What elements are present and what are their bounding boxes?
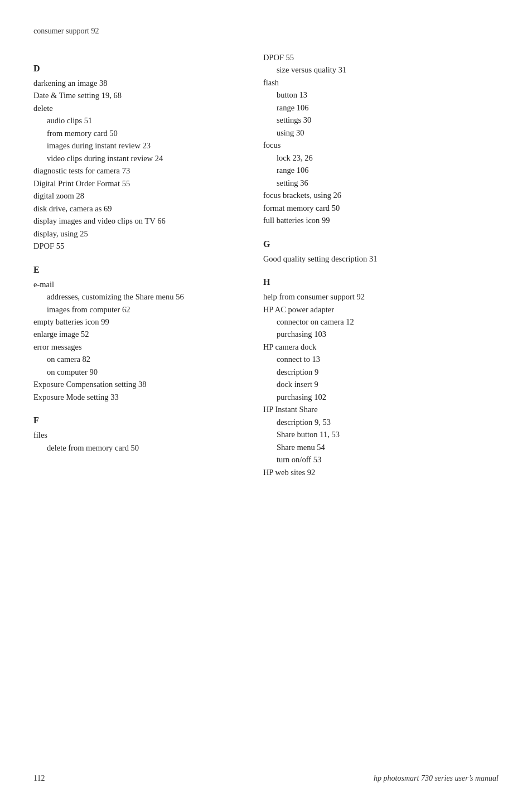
index-entry: images during instant review 23 xyxy=(47,139,241,152)
index-entry: settings 30 xyxy=(277,114,499,126)
index-entry: HP camera dock xyxy=(263,341,499,353)
index-entry: format memory card 50 xyxy=(263,202,499,214)
index-entry: on computer 90 xyxy=(47,366,241,378)
footer-title: hp photosmart 730 series user’s manual xyxy=(374,774,499,783)
index-entry: description 9, 53 xyxy=(277,416,499,428)
index-entry: Date & Time setting 19, 68 xyxy=(33,89,241,101)
section-letter-f: F xyxy=(33,415,241,425)
footer: 112 hp photosmart 730 series user’s manu… xyxy=(33,774,499,783)
index-entry: diagnostic tests for camera 73 xyxy=(33,165,241,177)
index-entry: range 106 xyxy=(277,164,499,176)
index-entry: flash xyxy=(263,76,499,89)
index-entry: video clips during instant review 24 xyxy=(47,152,241,165)
index-entry: connector on camera 12 xyxy=(277,316,499,328)
section-letter-g: G xyxy=(263,239,499,249)
index-entry: help from consumer support 92 xyxy=(263,291,499,303)
index-entry: button 13 xyxy=(277,89,499,101)
index-entry: e-mail xyxy=(33,278,241,291)
index-entry: HP Instant Share xyxy=(263,403,499,415)
index-entry: range 106 xyxy=(277,101,499,114)
index-entry: Share menu 54 xyxy=(277,441,499,453)
section-letter-e: E xyxy=(33,265,241,275)
index-entry: HP AC power adapter xyxy=(263,303,499,316)
index-entry: lock 23, 26 xyxy=(277,152,499,164)
index-entry: digital zoom 28 xyxy=(33,190,241,202)
index-entry: focus brackets, using 26 xyxy=(263,189,499,201)
index-entry: darkening an image 38 xyxy=(33,77,241,89)
index-entry: disk drive, camera as 69 xyxy=(33,202,241,215)
index-entry: dock insert 9 xyxy=(277,378,499,390)
index-entry: description 9 xyxy=(277,366,499,378)
index-entry: focus xyxy=(263,139,499,151)
index-entry: display images and video clips on TV 66 xyxy=(33,215,241,227)
index-entry: turn on/off 53 xyxy=(277,453,499,466)
index-entry: purchasing 103 xyxy=(277,328,499,340)
index-entry: error messages xyxy=(33,341,241,353)
section-letter-h: H xyxy=(263,277,499,287)
index-entry: addresses, customizing the Share menu 56 xyxy=(47,291,241,303)
index-entry: HP web sites 92 xyxy=(263,466,499,478)
index-entry: images from computer 62 xyxy=(47,303,241,316)
index-entry: audio clips 51 xyxy=(47,114,241,127)
index-entry: Exposure Compensation setting 38 xyxy=(33,378,241,390)
top-entry: consumer support 92 xyxy=(33,27,499,36)
index-entry: size versus quality 31 xyxy=(277,64,499,76)
columns: Ddarkening an image 38Date & Time settin… xyxy=(33,51,499,478)
index-entry: setting 36 xyxy=(277,177,499,189)
index-entry: display, using 25 xyxy=(33,228,241,240)
index-entry: enlarge image 52 xyxy=(33,328,241,340)
index-entry: Good quality setting description 31 xyxy=(263,253,499,265)
page: consumer support 92 Ddarkening an image … xyxy=(0,0,532,803)
index-entry: full batteries icon 99 xyxy=(263,214,499,226)
index-entry: Digital Print Order Format 55 xyxy=(33,177,241,190)
index-entry: Exposure Mode setting 33 xyxy=(33,391,241,403)
index-entry: DPOF 55 xyxy=(33,240,241,252)
index-entry: Share button 11, 53 xyxy=(277,428,499,441)
right-column: DPOF 55size versus quality 31flashbutton… xyxy=(258,51,499,478)
index-entry: using 30 xyxy=(277,127,499,139)
left-column: Ddarkening an image 38Date & Time settin… xyxy=(33,51,258,478)
index-entry: from memory card 50 xyxy=(47,127,241,139)
index-entry: on camera 82 xyxy=(47,353,241,365)
index-entry: files xyxy=(33,429,241,441)
index-entry: delete xyxy=(33,102,241,114)
section-letter-d: D xyxy=(33,64,241,74)
index-entry: empty batteries icon 99 xyxy=(33,316,241,328)
index-entry: connect to 13 xyxy=(277,353,499,365)
index-entry: DPOF 55 xyxy=(263,51,499,64)
index-entry: delete from memory card 50 xyxy=(47,442,241,454)
footer-page-number: 112 xyxy=(33,774,45,783)
index-entry: purchasing 102 xyxy=(277,391,499,403)
